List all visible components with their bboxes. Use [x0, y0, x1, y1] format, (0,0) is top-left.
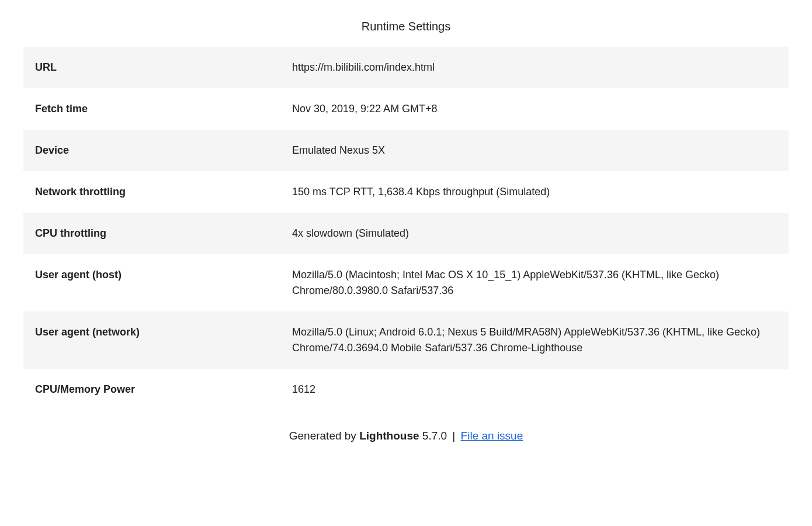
settings-label: CPU/Memory Power	[35, 382, 292, 397]
settings-row-user-agent-host: User agent (host) Mozilla/5.0 (Macintosh…	[23, 254, 789, 312]
settings-value: 4x slowdown (Simulated)	[292, 226, 777, 241]
settings-value: Emulated Nexus 5X	[292, 143, 777, 158]
settings-label: Fetch time	[35, 101, 292, 117]
file-issue-link[interactable]: File an issue	[461, 430, 523, 442]
page-title: Runtime Settings	[23, 12, 789, 47]
settings-value: 1612	[292, 382, 777, 397]
settings-label: URL	[35, 60, 292, 75]
settings-label: Device	[35, 143, 292, 158]
lighthouse-version: 5.7.0	[419, 430, 447, 442]
generated-by-text: Generated by	[289, 430, 359, 442]
settings-value: https://m.bilibili.com/index.html	[292, 60, 777, 75]
footer-separator: |	[449, 430, 459, 442]
settings-label: User agent (network)	[35, 324, 292, 340]
settings-value: Mozilla/5.0 (Linux; Android 6.0.1; Nexus…	[292, 324, 777, 356]
settings-label: CPU throttling	[35, 226, 292, 241]
settings-row-cpu-memory-power: CPU/Memory Power 1612	[23, 369, 789, 410]
settings-row-fetch-time: Fetch time Nov 30, 2019, 9:22 AM GMT+8	[23, 88, 789, 130]
settings-table: URL https://m.bilibili.com/index.html Fe…	[23, 47, 789, 410]
settings-row-device: Device Emulated Nexus 5X	[23, 130, 789, 171]
footer: Generated by Lighthouse 5.7.0 | File an …	[23, 410, 789, 451]
settings-row-url: URL https://m.bilibili.com/index.html	[23, 47, 789, 88]
settings-label: Network throttling	[35, 184, 292, 200]
runtime-settings-container: Runtime Settings URL https://m.bilibili.…	[12, 0, 800, 462]
settings-value: Mozilla/5.0 (Macintosh; Intel Mac OS X 1…	[292, 267, 777, 299]
settings-value: 150 ms TCP RTT, 1,638.4 Kbps throughput …	[292, 184, 777, 200]
settings-row-network-throttling: Network throttling 150 ms TCP RTT, 1,638…	[23, 171, 789, 213]
lighthouse-name: Lighthouse	[359, 430, 419, 442]
settings-row-user-agent-network: User agent (network) Mozilla/5.0 (Linux;…	[23, 312, 789, 369]
settings-row-cpu-throttling: CPU throttling 4x slowdown (Simulated)	[23, 213, 789, 254]
settings-value: Nov 30, 2019, 9:22 AM GMT+8	[292, 101, 777, 117]
settings-label: User agent (host)	[35, 267, 292, 283]
